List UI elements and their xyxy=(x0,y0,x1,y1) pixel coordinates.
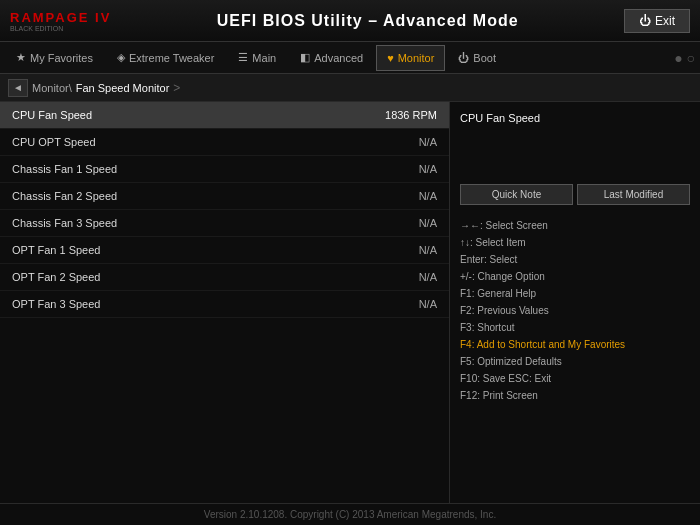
opt-fan3-speed-value: N/A xyxy=(419,298,437,310)
favorites-icon: ★ xyxy=(16,51,26,64)
tab-monitor-label: Monitor xyxy=(398,52,435,64)
shortcut-screen: →←: Select Screen xyxy=(460,217,690,234)
quick-note-button[interactable]: Quick Note xyxy=(460,184,573,205)
shortcut-f3: F3: Shortcut xyxy=(460,319,690,336)
opt-fan2-speed-label: OPT Fan 2 Speed xyxy=(12,271,100,283)
tab-favorites[interactable]: ★ My Favorites xyxy=(5,45,104,71)
nav-tabs: ★ My Favorites ◈ Extreme Tweaker ☰ Main … xyxy=(0,42,700,74)
shortcut-change: +/-: Change Option xyxy=(460,268,690,285)
menu-item-cpu-fan-speed[interactable]: CPU Fan Speed 1836 RPM xyxy=(0,102,449,129)
menu-item-cpu-opt-speed[interactable]: CPU OPT Speed N/A xyxy=(0,129,449,156)
chassis-fan3-speed-value: N/A xyxy=(419,217,437,229)
shortcut-f12: F12: Print Screen xyxy=(460,387,690,404)
extreme-icon: ◈ xyxy=(117,51,125,64)
chassis-fan1-speed-value: N/A xyxy=(419,163,437,175)
action-buttons: Quick Note Last Modified xyxy=(460,184,690,205)
tab-advanced[interactable]: ◧ Advanced xyxy=(289,45,374,71)
tab-advanced-label: Advanced xyxy=(314,52,363,64)
logo-area: RAMPAGE IV BLACK EDITION xyxy=(10,10,111,32)
shortcut-f4: F4: Add to Shortcut and My Favorites xyxy=(460,336,690,353)
tab-main-label: Main xyxy=(252,52,276,64)
shortcut-item: ↑↓: Select Item xyxy=(460,234,690,251)
cpu-fan-speed-label: CPU Fan Speed xyxy=(12,109,92,121)
help-text: CPU Fan Speed xyxy=(460,112,690,172)
chassis-fan3-speed-label: Chassis Fan 3 Speed xyxy=(12,217,117,229)
power-icon: ⏻ xyxy=(639,14,651,28)
chassis-fan2-speed-label: Chassis Fan 2 Speed xyxy=(12,190,117,202)
header: RAMPAGE IV BLACK EDITION UEFI BIOS Utili… xyxy=(0,0,700,42)
back-icon: ◄ xyxy=(13,82,23,93)
cpu-opt-speed-label: CPU OPT Speed xyxy=(12,136,96,148)
breadcrumb-arrow: > xyxy=(173,81,180,95)
logo-main: RAMPAGE IV xyxy=(10,10,111,25)
menu-item-opt-fan3-speed[interactable]: OPT Fan 3 Speed N/A xyxy=(0,291,449,318)
shortcut-f5: F5: Optimized Defaults xyxy=(460,353,690,370)
main-icon: ☰ xyxy=(238,51,248,64)
main-content: CPU Fan Speed 1836 RPM CPU OPT Speed N/A… xyxy=(0,102,700,503)
opt-fan2-speed-value: N/A xyxy=(419,271,437,283)
tab-boot-label: Boot xyxy=(473,52,496,64)
chassis-fan1-speed-label: Chassis Fan 1 Speed xyxy=(12,163,117,175)
tab-favorites-label: My Favorites xyxy=(30,52,93,64)
exit-button[interactable]: ⏻ Exit xyxy=(624,9,690,33)
last-modified-button[interactable]: Last Modified xyxy=(577,184,690,205)
cpu-opt-speed-value: N/A xyxy=(419,136,437,148)
shortcut-enter: Enter: Select xyxy=(460,251,690,268)
menu-item-opt-fan2-speed[interactable]: OPT Fan 2 Speed N/A xyxy=(0,264,449,291)
advanced-icon: ◧ xyxy=(300,51,310,64)
shortcut-f1: F1: General Help xyxy=(460,285,690,302)
shortcut-f2: F2: Previous Values xyxy=(460,302,690,319)
page-title: UEFI BIOS Utility – Advanced Mode xyxy=(217,12,519,30)
menu-item-opt-fan1-speed[interactable]: OPT Fan 1 Speed N/A xyxy=(0,237,449,264)
cpu-fan-speed-value: 1836 RPM xyxy=(385,109,437,121)
shortcut-f10: F10: Save ESC: Exit xyxy=(460,370,690,387)
logo-edition: BLACK EDITION xyxy=(10,25,63,32)
menu-item-chassis-fan2-speed[interactable]: Chassis Fan 2 Speed N/A xyxy=(0,183,449,210)
breadcrumb-current: Fan Speed Monitor xyxy=(76,82,170,94)
breadcrumb-parent: Monitor\ xyxy=(32,82,72,94)
footer: Version 2.10.1208. Copyright (C) 2013 Am… xyxy=(0,503,700,525)
shortcut-list: →←: Select Screen ↑↓: Select Item Enter:… xyxy=(460,217,690,404)
boot-icon: ⏻ xyxy=(458,52,469,64)
breadcrumb: ◄ Monitor\ Fan Speed Monitor > xyxy=(0,74,700,102)
tab-extreme[interactable]: ◈ Extreme Tweaker xyxy=(106,45,225,71)
rog-logo: RAMPAGE IV BLACK EDITION xyxy=(10,10,111,32)
tab-main[interactable]: ☰ Main xyxy=(227,45,287,71)
menu-item-chassis-fan1-speed[interactable]: Chassis Fan 1 Speed N/A xyxy=(0,156,449,183)
opt-fan3-speed-label: OPT Fan 3 Speed xyxy=(12,298,100,310)
chassis-fan2-speed-value: N/A xyxy=(419,190,437,202)
nav-dots: ● ○ xyxy=(674,50,695,66)
menu-item-chassis-fan3-speed[interactable]: Chassis Fan 3 Speed N/A xyxy=(0,210,449,237)
left-panel: CPU Fan Speed 1836 RPM CPU OPT Speed N/A… xyxy=(0,102,450,503)
opt-fan1-speed-label: OPT Fan 1 Speed xyxy=(12,244,100,256)
right-panel: CPU Fan Speed Quick Note Last Modified →… xyxy=(450,102,700,503)
monitor-icon: ♥ xyxy=(387,52,394,64)
tab-monitor[interactable]: ♥ Monitor xyxy=(376,45,445,71)
tab-boot[interactable]: ⏻ Boot xyxy=(447,45,507,71)
opt-fan1-speed-value: N/A xyxy=(419,244,437,256)
footer-text: Version 2.10.1208. Copyright (C) 2013 Am… xyxy=(204,509,496,520)
back-button[interactable]: ◄ xyxy=(8,79,28,97)
tab-extreme-label: Extreme Tweaker xyxy=(129,52,214,64)
exit-label: Exit xyxy=(655,14,675,28)
